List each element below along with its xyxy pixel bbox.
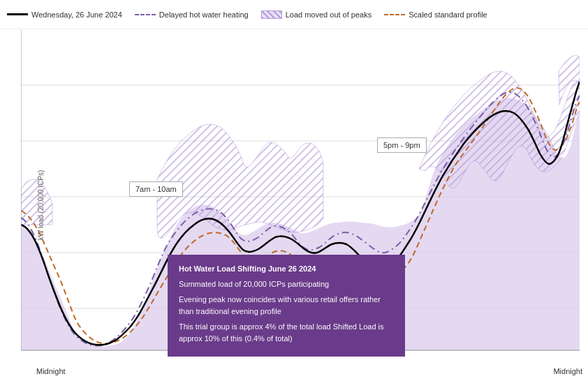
legend-item-delayed: Delayed hot water heating [135,10,249,19]
legend-item-wednesday: Wednesday, 26 June 2024 [7,10,122,19]
legend-item-load-moved: Load moved out of peaks [261,10,372,19]
x-label-midnight-right: Midnight [553,367,582,375]
legend-line-dashed-brown [384,14,405,15]
info-line3: This trial group is approx 4% of the tot… [179,321,394,345]
annotation-evening: 5pm - 9pm [377,137,427,153]
legend-label-load-moved: Load moved out of peaks [286,10,372,19]
x-label-midnight-left: Midnight [36,367,66,375]
legend-line-solid [7,13,28,15]
info-line2: Evening peak now coincides with various … [179,294,394,318]
legend-line-hatched [261,10,282,19]
annotation-morning: 7am - 10am [129,181,183,197]
info-box: Hot Water Load Shifting June 26 2024 Sum… [168,255,405,357]
annotation-evening-text: 5pm - 9pm [383,141,420,149]
legend-line-dashed [135,14,156,15]
chart-container: Wednesday, 26 June 2024 Delayed hot wate… [0,0,588,381]
legend-label-wednesday: Wednesday, 26 June 2024 [31,10,122,19]
legend: Wednesday, 26 June 2024 Delayed hot wate… [0,0,588,29]
legend-item-scaled: Scaled standard profile [384,10,487,19]
info-line1: Summated load of 20,000 ICPs participati… [179,278,394,291]
legend-label-delayed: Delayed hot water heating [159,10,249,19]
info-title: Hot Water Load Shifting June 26 2024 [179,264,316,273]
annotation-morning-text: 7am - 10am [135,185,177,193]
chart-area: kW load (20,000 ICPs) [0,29,588,381]
legend-label-scaled: Scaled standard profile [409,10,487,19]
